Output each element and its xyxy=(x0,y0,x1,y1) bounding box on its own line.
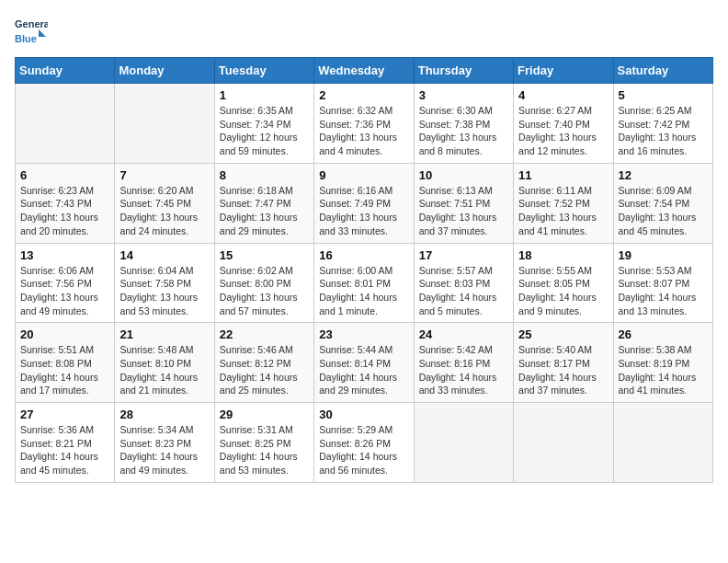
day-info: Sunrise: 5:53 AMSunset: 8:07 PMDaylight:… xyxy=(619,264,708,318)
header-tuesday: Tuesday xyxy=(214,58,313,84)
day-info: Sunrise: 5:34 AMSunset: 8:23 PMDaylight:… xyxy=(119,423,209,477)
day-cell: 14Sunrise: 6:04 AMSunset: 7:58 PMDayligh… xyxy=(115,243,214,323)
day-info: Sunrise: 6:09 AMSunset: 7:54 PMDaylight:… xyxy=(619,184,708,238)
day-number: 17 xyxy=(419,248,508,262)
day-info: Sunrise: 5:42 AMSunset: 8:16 PMDaylight:… xyxy=(419,343,508,397)
day-number: 5 xyxy=(619,88,708,102)
day-cell: 20Sunrise: 5:51 AMSunset: 8:08 PMDayligh… xyxy=(16,323,115,403)
svg-marker-1 xyxy=(39,29,46,37)
svg-text:Blue: Blue xyxy=(15,33,37,44)
day-info: Sunrise: 5:36 AMSunset: 8:21 PMDaylight:… xyxy=(20,423,109,477)
day-number: 25 xyxy=(518,327,608,341)
day-info: Sunrise: 5:40 AMSunset: 8:17 PMDaylight:… xyxy=(518,343,608,397)
day-cell: 11Sunrise: 6:11 AMSunset: 7:52 PMDayligh… xyxy=(514,163,613,243)
day-cell: 2Sunrise: 6:32 AMSunset: 7:36 PMDaylight… xyxy=(314,84,414,164)
day-info: Sunrise: 6:02 AMSunset: 8:00 PMDaylight:… xyxy=(220,264,309,318)
day-cell: 30Sunrise: 5:29 AMSunset: 8:26 PMDayligh… xyxy=(314,403,414,483)
day-cell xyxy=(613,403,712,483)
day-number: 1 xyxy=(220,88,309,102)
day-info: Sunrise: 5:29 AMSunset: 8:26 PMDaylight:… xyxy=(319,423,408,477)
day-number: 20 xyxy=(20,327,109,341)
day-cell xyxy=(514,403,613,483)
day-cell: 26Sunrise: 5:38 AMSunset: 8:19 PMDayligh… xyxy=(613,323,712,403)
day-info: Sunrise: 6:00 AMSunset: 8:01 PMDaylight:… xyxy=(319,264,408,318)
day-info: Sunrise: 6:18 AMSunset: 7:47 PMDaylight:… xyxy=(220,184,309,238)
day-info: Sunrise: 5:31 AMSunset: 8:25 PMDaylight:… xyxy=(220,423,309,477)
week-row-4: 20Sunrise: 5:51 AMSunset: 8:08 PMDayligh… xyxy=(16,323,713,403)
day-cell: 19Sunrise: 5:53 AMSunset: 8:07 PMDayligh… xyxy=(613,243,712,323)
day-number: 8 xyxy=(220,168,309,182)
day-cell: 16Sunrise: 6:00 AMSunset: 8:01 PMDayligh… xyxy=(314,243,414,323)
day-cell: 18Sunrise: 5:55 AMSunset: 8:05 PMDayligh… xyxy=(514,243,613,323)
day-cell: 25Sunrise: 5:40 AMSunset: 8:17 PMDayligh… xyxy=(514,323,613,403)
day-number: 14 xyxy=(119,248,209,262)
calendar-table: SundayMondayTuesdayWednesdayThursdayFrid… xyxy=(15,57,713,483)
calendar-header: SundayMondayTuesdayWednesdayThursdayFrid… xyxy=(16,58,713,84)
day-info: Sunrise: 6:35 AMSunset: 7:34 PMDaylight:… xyxy=(220,104,309,158)
logo-icon: General Blue xyxy=(15,15,48,48)
day-number: 16 xyxy=(319,248,408,262)
day-info: Sunrise: 6:11 AMSunset: 7:52 PMDaylight:… xyxy=(518,184,608,238)
header: General Blue xyxy=(15,15,713,48)
day-number: 9 xyxy=(319,168,408,182)
day-number: 12 xyxy=(619,168,708,182)
day-number: 22 xyxy=(220,327,309,341)
day-cell: 24Sunrise: 5:42 AMSunset: 8:16 PMDayligh… xyxy=(414,323,513,403)
day-cell: 22Sunrise: 5:46 AMSunset: 8:12 PMDayligh… xyxy=(214,323,313,403)
day-cell: 29Sunrise: 5:31 AMSunset: 8:25 PMDayligh… xyxy=(214,403,313,483)
day-cell: 5Sunrise: 6:25 AMSunset: 7:42 PMDaylight… xyxy=(613,84,712,164)
day-info: Sunrise: 5:38 AMSunset: 8:19 PMDaylight:… xyxy=(619,343,708,397)
week-row-3: 13Sunrise: 6:06 AMSunset: 7:56 PMDayligh… xyxy=(16,243,713,323)
day-cell: 27Sunrise: 5:36 AMSunset: 8:21 PMDayligh… xyxy=(16,403,115,483)
svg-text:General: General xyxy=(15,18,48,29)
day-number: 29 xyxy=(220,408,309,421)
header-monday: Monday xyxy=(115,58,214,84)
day-cell: 10Sunrise: 6:13 AMSunset: 7:51 PMDayligh… xyxy=(414,163,513,243)
header-sunday: Sunday xyxy=(16,58,115,84)
day-info: Sunrise: 5:57 AMSunset: 8:03 PMDaylight:… xyxy=(419,264,508,318)
day-cell: 4Sunrise: 6:27 AMSunset: 7:40 PMDaylight… xyxy=(514,84,613,164)
week-row-2: 6Sunrise: 6:23 AMSunset: 7:43 PMDaylight… xyxy=(16,163,713,243)
day-number: 26 xyxy=(619,327,708,341)
day-info: Sunrise: 6:23 AMSunset: 7:43 PMDaylight:… xyxy=(20,184,109,238)
day-number: 6 xyxy=(20,168,109,182)
day-info: Sunrise: 6:32 AMSunset: 7:36 PMDaylight:… xyxy=(319,104,408,158)
day-info: Sunrise: 6:04 AMSunset: 7:58 PMDaylight:… xyxy=(119,264,209,318)
day-cell xyxy=(115,84,214,164)
header-thursday: Thursday xyxy=(414,58,513,84)
day-number: 23 xyxy=(319,327,408,341)
day-number: 18 xyxy=(518,248,608,262)
day-number: 2 xyxy=(319,88,408,102)
day-info: Sunrise: 6:25 AMSunset: 7:42 PMDaylight:… xyxy=(619,104,708,158)
day-cell xyxy=(16,84,115,164)
day-number: 24 xyxy=(419,327,508,341)
day-info: Sunrise: 5:44 AMSunset: 8:14 PMDaylight:… xyxy=(319,343,408,397)
day-number: 28 xyxy=(119,408,209,421)
day-number: 15 xyxy=(220,248,309,262)
day-number: 13 xyxy=(20,248,109,262)
header-wednesday: Wednesday xyxy=(314,58,414,84)
day-cell: 7Sunrise: 6:20 AMSunset: 7:45 PMDaylight… xyxy=(115,163,214,243)
day-info: Sunrise: 6:06 AMSunset: 7:56 PMDaylight:… xyxy=(20,264,109,318)
header-friday: Friday xyxy=(514,58,613,84)
day-cell: 15Sunrise: 6:02 AMSunset: 8:00 PMDayligh… xyxy=(214,243,313,323)
day-cell xyxy=(414,403,513,483)
day-info: Sunrise: 6:13 AMSunset: 7:51 PMDaylight:… xyxy=(419,184,508,238)
day-info: Sunrise: 6:27 AMSunset: 7:40 PMDaylight:… xyxy=(518,104,608,158)
day-info: Sunrise: 5:48 AMSunset: 8:10 PMDaylight:… xyxy=(119,343,209,397)
day-number: 19 xyxy=(619,248,708,262)
day-number: 27 xyxy=(20,408,109,421)
day-cell: 9Sunrise: 6:16 AMSunset: 7:49 PMDaylight… xyxy=(314,163,414,243)
day-number: 7 xyxy=(119,168,209,182)
day-cell: 23Sunrise: 5:44 AMSunset: 8:14 PMDayligh… xyxy=(314,323,414,403)
day-number: 11 xyxy=(518,168,608,182)
week-row-1: 1Sunrise: 6:35 AMSunset: 7:34 PMDaylight… xyxy=(16,84,713,164)
calendar-body: 1Sunrise: 6:35 AMSunset: 7:34 PMDaylight… xyxy=(16,84,713,483)
day-info: Sunrise: 5:51 AMSunset: 8:08 PMDaylight:… xyxy=(20,343,109,397)
day-number: 10 xyxy=(419,168,508,182)
day-info: Sunrise: 6:20 AMSunset: 7:45 PMDaylight:… xyxy=(119,184,209,238)
day-cell: 17Sunrise: 5:57 AMSunset: 8:03 PMDayligh… xyxy=(414,243,513,323)
day-cell: 28Sunrise: 5:34 AMSunset: 8:23 PMDayligh… xyxy=(115,403,214,483)
day-info: Sunrise: 6:16 AMSunset: 7:49 PMDaylight:… xyxy=(319,184,408,238)
logo: General Blue xyxy=(15,15,48,48)
